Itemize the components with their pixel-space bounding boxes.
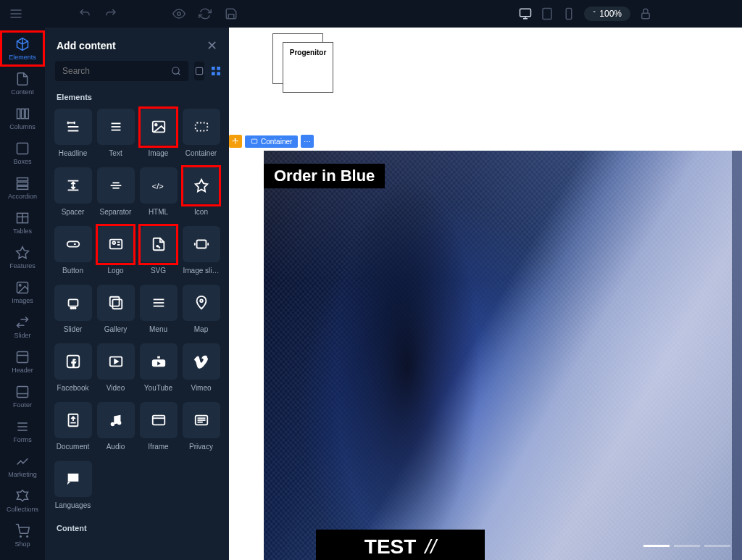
slide-indicators[interactable]	[643, 545, 730, 547]
svg-rect-39	[212, 72, 215, 75]
nav-footer[interactable]: Footer	[1, 380, 43, 413]
hero-image[interactable]: Order in Blue TEST// Abstract · Progress…	[264, 151, 742, 560]
tablet-icon[interactable]	[541, 7, 554, 20]
undo-icon[interactable]	[78, 7, 91, 20]
zoom-select[interactable]: ˅100%	[584, 7, 630, 21]
element-button[interactable]: Button	[54, 226, 92, 280]
view-list-icon[interactable]	[194, 62, 204, 80]
svg-rect-36	[196, 67, 202, 74]
nav-accordion[interactable]: Accordion	[1, 171, 43, 204]
svg-rect-40	[217, 72, 220, 75]
element-menu[interactable]: Menu	[139, 285, 178, 339]
element-slider[interactable]: Slider	[54, 285, 92, 339]
svg-rect-27	[17, 387, 28, 398]
container-label[interactable]: Container	[245, 135, 298, 148]
element-text[interactable]: Text	[96, 109, 135, 163]
nav-features[interactable]: Features	[1, 241, 43, 274]
element-imagesli[interactable]: Image sli…	[182, 226, 220, 280]
element-image[interactable]: Image	[139, 109, 178, 163]
svg-rect-14	[17, 178, 28, 181]
section-elements: Elements	[45, 90, 229, 109]
add-content-panel: Add content ✕ Elements HeadlineTextImage…	[45, 28, 229, 560]
menu-icon[interactable]	[9, 7, 23, 21]
logo-widget[interactable]: Progenitor	[272, 33, 335, 96]
element-svg[interactable]: SVG	[139, 226, 178, 280]
save-icon[interactable]	[225, 7, 238, 20]
element-html[interactable]: </>HTML	[139, 167, 178, 222]
more-icon[interactable]: ⋯	[301, 135, 314, 148]
svg-rect-54	[67, 241, 79, 246]
svg-rect-55	[109, 240, 122, 249]
desktop-icon[interactable]	[519, 7, 532, 20]
lock-icon[interactable]	[639, 7, 652, 20]
search-input[interactable]	[55, 61, 188, 81]
element-audio[interactable]: Audio	[96, 402, 135, 456]
nav-marketing[interactable]: Marketing	[1, 449, 43, 482]
svg-point-64	[74, 307, 75, 309]
element-video[interactable]: Video	[96, 343, 135, 398]
svg-text:</>: </>	[151, 182, 163, 191]
nav-images[interactable]: Images	[1, 275, 43, 309]
preview-icon[interactable]	[172, 7, 186, 20]
element-gallery[interactable]: Gallery	[96, 285, 135, 339]
element-vimeo[interactable]: Vimeo	[182, 343, 220, 398]
nav-forms[interactable]: Forms	[1, 414, 43, 448]
element-iframe[interactable]: Iframe	[139, 402, 178, 456]
element-map[interactable]: Map	[182, 285, 220, 339]
element-youtube[interactable]: YouTube	[139, 343, 178, 398]
nav-content[interactable]: Content	[1, 67, 43, 100]
element-languages[interactable]: Languages	[54, 461, 92, 515]
svg-rect-46	[195, 123, 207, 131]
element-facebook[interactable]: Facebook	[54, 343, 92, 398]
search-icon	[171, 66, 181, 76]
svg-point-32	[20, 536, 22, 538]
svg-rect-13	[17, 143, 28, 154]
nav-slider[interactable]: Slider	[1, 310, 43, 343]
canvas[interactable]: Progenitor Container ⋯ Order in Blue TES…	[229, 28, 742, 560]
svg-point-76	[110, 422, 114, 427]
element-container[interactable]: Container	[182, 109, 220, 163]
svg-point-56	[112, 241, 115, 244]
nav-boxes[interactable]: Boxes	[1, 136, 43, 170]
mobile-icon[interactable]	[562, 7, 575, 20]
svg-rect-38	[217, 67, 220, 70]
svg-rect-84	[251, 139, 257, 143]
nav-elements[interactable]: Elements	[1, 32, 43, 65]
svg-point-34	[172, 67, 179, 74]
svg-rect-61	[68, 299, 78, 306]
element-logo[interactable]: Logo	[96, 226, 135, 280]
element-headline[interactable]: Headline	[54, 109, 92, 163]
svg-rect-8	[567, 9, 572, 20]
nav-shop[interactable]: Shop	[1, 519, 43, 552]
nav-header[interactable]: Header	[1, 345, 43, 378]
svg-marker-53	[195, 180, 207, 192]
view-grid-icon[interactable]	[210, 62, 222, 80]
svg-rect-66	[109, 297, 119, 306]
element-privacy[interactable]: Privacy	[182, 402, 220, 456]
hero-title: Order in Blue	[264, 164, 385, 188]
element-separator[interactable]: Separator	[96, 167, 135, 222]
element-spacer[interactable]: Spacer	[54, 167, 92, 222]
svg-rect-37	[212, 67, 215, 70]
element-icon[interactable]: Icon	[182, 167, 220, 222]
refresh-icon[interactable]	[199, 7, 212, 20]
svg-rect-9	[642, 13, 650, 19]
svg-rect-12	[25, 109, 28, 118]
panel-title: Add content	[57, 40, 116, 51]
nav-tables[interactable]: Tables	[1, 206, 43, 239]
drag-handle-icon[interactable]	[229, 135, 242, 148]
svg-point-70	[200, 299, 203, 302]
svg-rect-10	[17, 109, 20, 118]
svg-rect-78	[152, 416, 164, 425]
nav-columns[interactable]: Columns	[1, 101, 43, 135]
element-document[interactable]: Document	[54, 402, 92, 456]
redo-icon[interactable]	[104, 7, 117, 20]
svg-point-22	[19, 284, 21, 286]
close-icon[interactable]: ✕	[207, 38, 217, 54]
svg-rect-4	[520, 9, 531, 17]
scrollbar-vertical[interactable]	[732, 151, 742, 560]
svg-point-45	[154, 124, 157, 126]
svg-marker-20	[17, 247, 29, 259]
nav-collections[interactable]: Collections	[1, 484, 43, 517]
section-content: Content	[45, 521, 229, 540]
